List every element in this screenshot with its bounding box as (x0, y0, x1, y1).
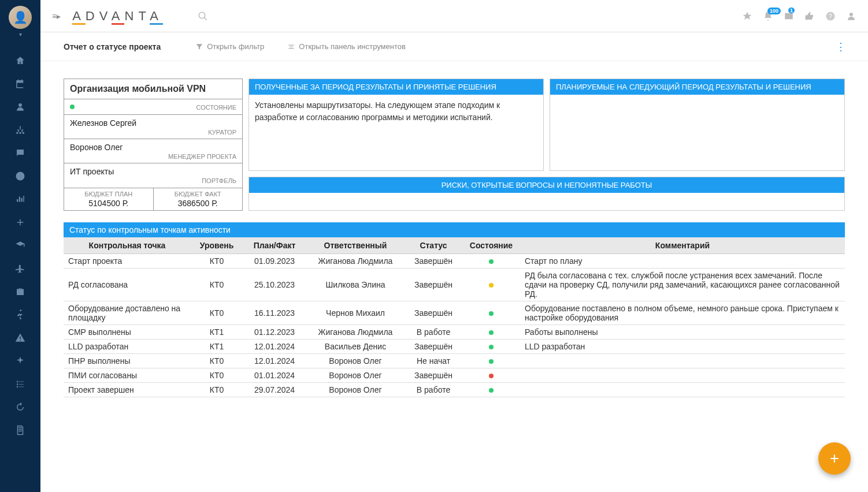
status-dot (489, 259, 494, 264)
status-dot (489, 388, 494, 393)
table-cell (462, 301, 520, 325)
search-icon[interactable] (198, 11, 208, 21)
table-cell (520, 354, 845, 368)
notif-badge: 100 (767, 8, 781, 14)
table-cell (462, 340, 520, 354)
table-cell: Жиганова Людмила (306, 254, 405, 269)
mail-badge: 1 (788, 8, 795, 13)
nav-chart[interactable] (0, 188, 40, 211)
table-cell (462, 368, 520, 383)
open-filter-button[interactable]: Открыть фильтр (195, 42, 264, 51)
results-body: Установлены маршрутизаторы. На следующем… (249, 95, 543, 128)
fab-add-button[interactable]: + (818, 442, 851, 475)
table-cell: ПНР выполнены (64, 354, 191, 368)
risks-body (249, 193, 844, 210)
nav-add[interactable] (0, 211, 40, 234)
table-cell: КТ0 (191, 354, 243, 368)
table-row[interactable]: Старт проектаКТ001.09.2023Жиганова Людми… (64, 254, 845, 269)
status-dot (489, 374, 494, 378)
left-sidebar: 👤 ▾ (0, 0, 40, 492)
nav-briefcase[interactable] (0, 280, 40, 303)
table-cell: Жиганова Людмила (306, 325, 405, 340)
status-dot (489, 345, 494, 349)
project-info-card: Организация мобильной VPN СОСТОЯНИЕ Желе… (64, 79, 243, 211)
table-cell: КТ0 (191, 254, 243, 269)
nav-checklist[interactable] (0, 372, 40, 396)
table-cell: КТ0 (191, 301, 243, 325)
table-cell (462, 325, 520, 340)
table-cell: КТ1 (191, 340, 243, 354)
table-row[interactable]: Проект завершенКТ029.07.2024Воронов Олег… (64, 383, 845, 397)
table-cell: В работе (405, 325, 462, 340)
nav-calendar[interactable] (0, 72, 40, 95)
nav-org[interactable] (0, 118, 40, 141)
table-cell: КТ0 (191, 383, 243, 397)
table-row[interactable]: СМР выполненыКТ101.12.2023Жиганова Людми… (64, 325, 845, 340)
menu-toggle-icon[interactable]: ≡▸ (52, 12, 61, 21)
table-cell: 01.01.2024 (243, 368, 306, 383)
thumbs-up-icon[interactable] (804, 11, 815, 21)
table-cell (462, 383, 520, 397)
mail-icon[interactable]: 1 (784, 11, 794, 21)
table-cell: Завершён (405, 254, 462, 269)
nav-chat[interactable] (0, 141, 40, 165)
table-cell: Воронов Олег (306, 354, 405, 368)
bell-icon[interactable]: 100 (763, 11, 773, 21)
table-row[interactable]: ПНР выполненыКТ012.01.2024Воронов ОлегНе… (64, 354, 845, 368)
status-dot (489, 311, 494, 316)
table-row[interactable]: ПМИ согласованыКТ001.01.2024Воронов Олег… (64, 368, 845, 383)
table-cell: КТ0 (191, 269, 243, 301)
table-cell: Воронов Олег (306, 368, 405, 383)
svg-line-1 (204, 17, 207, 20)
budget-fact-label: БЮДЖЕТ ФАКТ (175, 191, 221, 197)
table-cell: СМР выполнены (64, 325, 191, 340)
table-cell: Завершён (405, 301, 462, 325)
table-cell: РД была согласована с тех. службой после… (520, 269, 845, 301)
nav-run[interactable] (0, 303, 40, 326)
nav-flight[interactable] (0, 257, 40, 280)
table-cell: 01.09.2023 (243, 254, 306, 269)
star-icon[interactable] (742, 11, 752, 21)
table-row[interactable]: Оборудование доставлено на площадкуКТ016… (64, 301, 845, 325)
table-cell: Работы выполнены (520, 325, 845, 340)
nav-history[interactable] (0, 396, 40, 419)
profile-icon[interactable] (846, 11, 856, 21)
table-cell: Шилкова Элина (306, 269, 405, 301)
project-name: Организация мобильной VPN (64, 79, 242, 99)
table-cell: Завершён (405, 269, 462, 301)
planned-panel: ПЛАНИРУЕМЫЕ НА СЛЕДУЮЩИЙ ПЕРИОД РЕЗУЛЬТА… (550, 79, 845, 171)
avatar[interactable]: 👤 (9, 6, 32, 29)
report-title: Отчет о статусе проекта (64, 42, 161, 51)
table-row[interactable]: РД согласованаКТ025.10.2023Шилкова Элина… (64, 269, 845, 301)
table-cell: Не начат (405, 354, 462, 368)
table-cell: 12.01.2024 (243, 340, 306, 354)
nav-education[interactable] (0, 234, 40, 257)
avatar-menu-caret[interactable]: ▾ (19, 31, 22, 38)
nav-doc[interactable] (0, 419, 40, 442)
open-filter-label: Открыть фильтр (207, 42, 264, 51)
nav-home[interactable] (0, 49, 40, 72)
table-cell (520, 368, 845, 383)
more-menu-icon[interactable]: ⋮ (836, 40, 845, 53)
table-cell (462, 269, 520, 301)
milestones-table: Контрольная точкаУровеньПлан/ФактОтветст… (64, 237, 845, 397)
main-content: Организация мобильной VPN СОСТОЯНИЕ Желе… (40, 61, 868, 492)
table-cell: Оборудование поставлено в полном объеме,… (520, 301, 845, 325)
portfolio-label: ПОРТФЕЛЬ (70, 177, 236, 184)
budget-plan-label: БЮДЖЕТ ПЛАН (84, 191, 132, 197)
nav-progress[interactable] (0, 165, 40, 188)
table-cell: Чернов Михаил (306, 301, 405, 325)
nav-warning[interactable] (0, 326, 40, 349)
table-cell: Старт по плану (520, 254, 845, 269)
project-status-dot (70, 105, 75, 109)
open-tools-button[interactable]: Открыть панель инструментов (287, 42, 406, 51)
svg-point-0 (199, 12, 205, 18)
nav-user[interactable] (0, 95, 40, 118)
help-icon[interactable]: ? (825, 11, 836, 21)
table-cell (462, 354, 520, 368)
nav-sparkle[interactable] (0, 349, 40, 372)
table-cell: КТ1 (191, 325, 243, 340)
tools-icon (287, 43, 295, 51)
table-row[interactable]: LLD разработанКТ112.01.2024Васильев Дени… (64, 340, 845, 354)
results-panel: ПОЛУЧЕННЫЕ ЗА ПЕРИОД РЕЗУЛЬТАТЫ И ПРИНЯТ… (248, 79, 544, 171)
